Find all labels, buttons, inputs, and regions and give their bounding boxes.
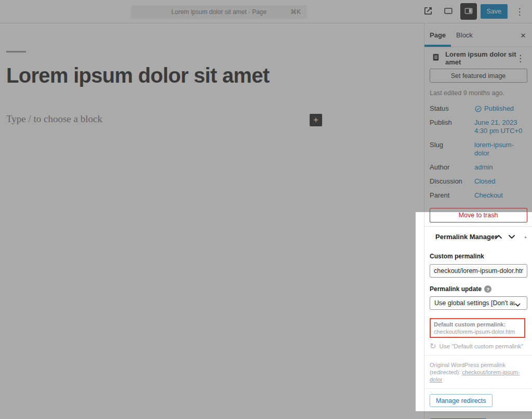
divider <box>424 388 532 389</box>
divider <box>424 412 532 413</box>
move-panel-down-button[interactable] <box>507 232 516 241</box>
row-slug: Slug lorem-ipsum-dolor <box>430 141 527 158</box>
document-title-breadcrumb: Lorem ipsum dolor sit amet · Page <box>171 8 267 16</box>
row-label: Discussion <box>430 177 474 186</box>
permalink-update-label: Permalink update <box>430 285 482 293</box>
device-preview-icon <box>443 5 454 18</box>
block-inserter-button[interactable]: + <box>310 114 322 126</box>
default-permalink-annotation-box: Default custom permalink: checkout/lorem… <box>430 318 525 338</box>
editor-canvas[interactable]: Lorem ipsum dolor sit amet Type / to cho… <box>0 23 424 419</box>
external-link-icon <box>423 6 433 18</box>
help-icon[interactable]: ? <box>484 285 491 293</box>
post-title[interactable]: Lorem ipsum dolor sit amet <box>6 64 322 87</box>
tab-page[interactable]: Page <box>424 23 451 47</box>
row-parent: Parent Checkout <box>430 191 527 200</box>
block-placeholder-text: Type / to choose a block <box>6 113 102 125</box>
permalink-update-label-row: Permalink update ? <box>430 285 527 293</box>
collapse-panel-button[interactable]: ▲ <box>524 235 527 239</box>
page-card-menu-icon[interactable]: ⋮ <box>516 54 525 63</box>
row-label: Author <box>430 163 474 172</box>
tab-block[interactable]: Block <box>451 23 478 47</box>
chevron-down-icon <box>508 233 515 241</box>
custom-permalink-label: Custom permalink <box>430 253 527 260</box>
close-icon: ✕ <box>521 32 526 40</box>
options-menu-button[interactable]: ⋮ <box>511 3 528 20</box>
page-card: Lorem ipsum dolor sit amet ⋮ <box>424 50 532 66</box>
permalink-update-selected-value: Use global settings [Don't auto-up <box>434 299 515 307</box>
author-link[interactable]: admin <box>474 163 527 172</box>
status-link[interactable]: Published <box>484 104 514 113</box>
default-permalink-label: Default custom permalink: <box>434 321 506 328</box>
use-default-permalink-label: Use "Default custom permalink" <box>440 343 524 349</box>
settings-sidebar: Page Block ✕ Lorem ipsum dolor sit amet … <box>424 23 532 419</box>
kebab-menu-icon: ⋮ <box>515 7 524 16</box>
empty-block-row[interactable]: Type / to choose a block + <box>6 113 322 125</box>
permalink-manager-panel: Permalink Manager ▲ Custom permalink Per… <box>424 226 532 419</box>
status-value[interactable]: Published <box>474 104 527 113</box>
permalink-panel-header[interactable]: Permalink Manager ▲ <box>424 227 532 246</box>
row-discussion: Discussion Closed <box>430 177 527 186</box>
row-publish: Publish June 21, 2023 4:30 pm UTC+0 <box>430 119 527 135</box>
last-edited-text: Last edited 9 months ago. <box>430 89 532 97</box>
row-label: Publish <box>430 119 474 135</box>
separator-dash <box>6 51 26 53</box>
sidebar-panel-icon <box>463 6 474 18</box>
command-shortcut-hint: ⌘K <box>290 8 301 16</box>
permalink-update-select[interactable]: Use global settings [Don't auto-up <box>430 296 527 310</box>
view-page-button[interactable] <box>420 3 436 20</box>
command-palette-button[interactable]: Lorem ipsum dolor sit amet · Page ⌘K <box>131 5 307 19</box>
publish-date-link[interactable]: June 21, 2023 4:30 pm UTC+0 <box>474 119 527 135</box>
check-circle-icon <box>474 105 482 113</box>
preview-button[interactable] <box>440 3 457 20</box>
divider <box>424 355 532 356</box>
summary-rows: Status Published Publish June 21, 2023 4… <box>430 104 527 200</box>
row-author: Author admin <box>430 163 527 172</box>
use-default-permalink-button[interactable]: ↻ Use "Default custom permalink" <box>430 342 527 350</box>
editor-top-bar: Lorem ipsum dolor sit amet · Page ⌘K Sav… <box>0 0 532 23</box>
slug-link[interactable]: lorem-ipsum-dolor <box>474 141 527 158</box>
row-label: Parent <box>430 191 474 200</box>
row-label: Status <box>430 104 474 113</box>
row-label: Slug <box>430 141 474 158</box>
move-panel-up-button[interactable] <box>494 232 503 241</box>
original-permalink-text: Original WordPress permalink (redirected… <box>430 361 531 383</box>
collapse-triangle-icon: ▲ <box>524 235 527 239</box>
document-icon <box>431 53 441 64</box>
permalink-panel-body: Custom permalink Permalink update ? Use … <box>424 246 532 419</box>
parent-link[interactable]: Checkout <box>474 191 527 200</box>
custom-permalink-input[interactable] <box>430 264 527 278</box>
plus-icon: + <box>313 115 318 125</box>
manage-redirects-button[interactable]: Manage redirects <box>430 394 493 407</box>
default-permalink-value: checkout/lorem-ipsum-dolor.htm <box>434 329 515 335</box>
permalink-panel-title: Permalink Manager <box>435 233 497 241</box>
panel-reorder-controls <box>494 232 516 241</box>
close-sidebar-button[interactable]: ✕ <box>518 31 528 40</box>
row-status: Status Published <box>430 104 527 113</box>
move-to-trash-button[interactable]: Move to trash <box>430 208 527 222</box>
save-button[interactable]: Save <box>481 4 508 19</box>
discussion-link[interactable]: Closed <box>474 177 527 186</box>
settings-sidebar-toggle[interactable] <box>460 3 477 20</box>
chevron-up-icon <box>495 233 502 241</box>
top-bar-actions: Save ⋮ <box>420 0 528 23</box>
set-featured-image-button[interactable]: Set featured image <box>430 69 527 83</box>
sidebar-tabs: Page Block ✕ <box>424 23 532 47</box>
reset-icon: ↻ <box>430 342 436 350</box>
